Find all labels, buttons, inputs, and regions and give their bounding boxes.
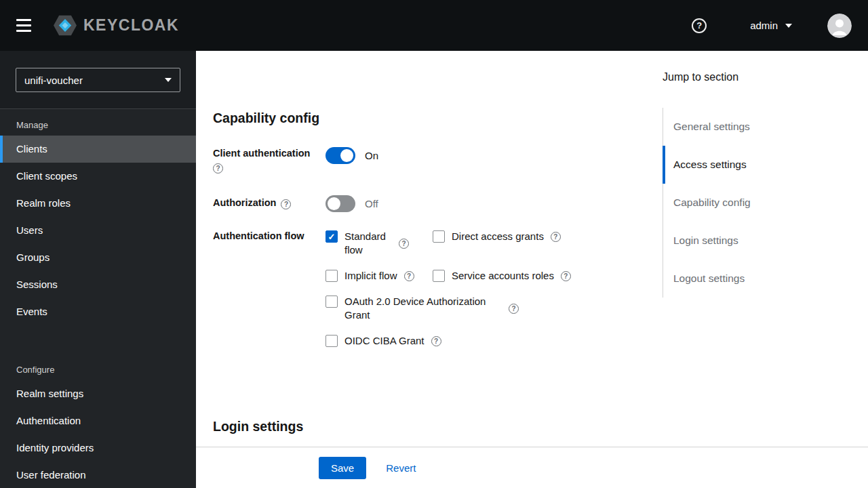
realm-selector-area: unifi-voucher	[0, 51, 196, 109]
form-action-bar: Save Revert	[196, 447, 868, 488]
sidebar-item-groups[interactable]: Groups	[0, 244, 196, 271]
field-authentication-flow: Authentication flow ✓ Standard flow ? Di…	[213, 230, 663, 348]
implicit-flow-checkbox[interactable]	[326, 270, 338, 282]
sidebar-item-identity-providers[interactable]: Identity providers	[0, 434, 196, 462]
sidebar-item-authentication[interactable]: Authentication	[0, 407, 196, 434]
authorization-toggle[interactable]	[326, 195, 355, 212]
checkbox-item-oauth-device-grant: OAuth 2.0 Device Authorization Grant ?	[326, 295, 571, 322]
sidebar-item-users[interactable]: Users	[0, 217, 196, 244]
realm-selector[interactable]: unifi-voucher	[16, 68, 180, 92]
nav-section-label: Configure	[0, 365, 196, 375]
realm-name: unifi-voucher	[24, 75, 83, 86]
masthead: KEYCLOAK ? admin	[0, 0, 868, 51]
client-authentication-toggle[interactable]	[326, 147, 355, 164]
toggle-knob	[328, 197, 340, 210]
jump-link-login-settings[interactable]: Login settings	[663, 222, 868, 260]
jump-link-access-settings[interactable]: Access settings	[663, 146, 868, 184]
help-icon[interactable]: ?	[404, 271, 414, 281]
checkbox-item-standard-flow: ✓ Standard flow ?	[326, 230, 433, 257]
nav-section-manage: Manage Clients Client scopes Realm roles…	[0, 109, 196, 325]
toggle-knob	[340, 149, 353, 162]
hamburger-menu-button[interactable]	[16, 18, 33, 34]
oauth-device-grant-checkbox[interactable]	[326, 296, 338, 308]
jump-to-section-nav: Jump to section General settings Access …	[663, 51, 868, 488]
help-icon[interactable]: ?	[692, 18, 707, 33]
sidebar-item-client-scopes[interactable]: Client scopes	[0, 163, 196, 190]
authorization-label: Authorization ?	[213, 195, 326, 209]
toggle-state-label: On	[365, 147, 378, 164]
help-icon[interactable]: ?	[213, 163, 223, 174]
help-icon[interactable]: ?	[551, 232, 561, 242]
keycloak-logo: KEYCLOAK	[53, 15, 179, 36]
sidebar-item-sessions[interactable]: Sessions	[0, 271, 196, 298]
jump-link-general-settings[interactable]: General settings	[663, 108, 868, 146]
help-icon[interactable]: ?	[281, 199, 291, 209]
help-icon[interactable]: ?	[509, 304, 519, 314]
keycloak-admin-console: KEYCLOAK ? admin unifi-voucher	[0, 0, 868, 488]
sidebar-item-events[interactable]: Events	[0, 298, 196, 325]
sidebar-item-realm-roles[interactable]: Realm roles	[0, 190, 196, 217]
caret-down-icon	[785, 24, 792, 28]
standard-flow-checkbox[interactable]: ✓	[326, 230, 338, 243]
sidebar-item-realm-settings[interactable]: Realm settings	[0, 380, 196, 407]
field-authorization: Authorization ? Off	[213, 195, 663, 212]
help-icon[interactable]: ?	[431, 336, 441, 346]
help-icon[interactable]: ?	[561, 271, 571, 281]
service-accounts-roles-checkbox[interactable]	[433, 270, 445, 282]
brand-text: KEYCLOAK	[83, 16, 179, 35]
jump-nav-title: Jump to section	[663, 71, 868, 83]
capability-config-heading: Capability config	[213, 110, 663, 126]
user-name: admin	[750, 20, 778, 31]
user-avatar-icon	[827, 14, 852, 38]
checkbox-item-direct-access-grants: Direct access grants ?	[433, 230, 571, 243]
help-icon[interactable]: ?	[399, 239, 409, 249]
nav-section-label: Manage	[0, 120, 196, 130]
check-icon: ✓	[328, 232, 336, 242]
caret-down-icon	[165, 78, 172, 82]
main-content: Capability config Client authentication …	[196, 51, 868, 488]
sidebar-item-clients[interactable]: Clients	[0, 136, 196, 163]
checkbox-item-oidc-ciba-grant: OIDC CIBA Grant ?	[326, 334, 571, 348]
field-client-authentication: Client authentication ? On	[213, 147, 663, 174]
keycloak-logo-icon	[53, 15, 77, 36]
user-menu[interactable]: admin	[746, 19, 796, 32]
client-settings-form: Capability config Client authentication …	[196, 51, 663, 488]
jump-link-capability-config[interactable]: Capability config	[663, 184, 868, 222]
oidc-ciba-grant-checkbox[interactable]	[326, 335, 338, 347]
authentication-flow-label: Authentication flow	[213, 230, 326, 242]
sidebar: unifi-voucher Manage Clients Client scop…	[0, 51, 196, 488]
login-settings-heading: Login settings	[213, 419, 663, 434]
checkbox-item-service-accounts-roles: Service accounts roles ?	[433, 269, 571, 283]
sidebar-item-user-federation[interactable]: User federation	[0, 462, 196, 488]
jump-link-logout-settings[interactable]: Logout settings	[663, 260, 868, 298]
toggle-state-label: Off	[365, 195, 378, 212]
app-body: unifi-voucher Manage Clients Client scop…	[0, 51, 868, 488]
sidebar-nav: Manage Clients Client scopes Realm roles…	[0, 109, 196, 488]
save-button[interactable]: Save	[319, 457, 366, 479]
nav-section-configure: Configure Realm settings Authentication …	[0, 354, 196, 488]
client-authentication-label: Client authentication ?	[213, 147, 326, 174]
avatar[interactable]	[827, 14, 852, 38]
direct-access-grants-checkbox[interactable]	[433, 230, 445, 243]
revert-button[interactable]: Revert	[386, 462, 416, 474]
checkbox-item-implicit-flow: Implicit flow ?	[326, 269, 433, 283]
